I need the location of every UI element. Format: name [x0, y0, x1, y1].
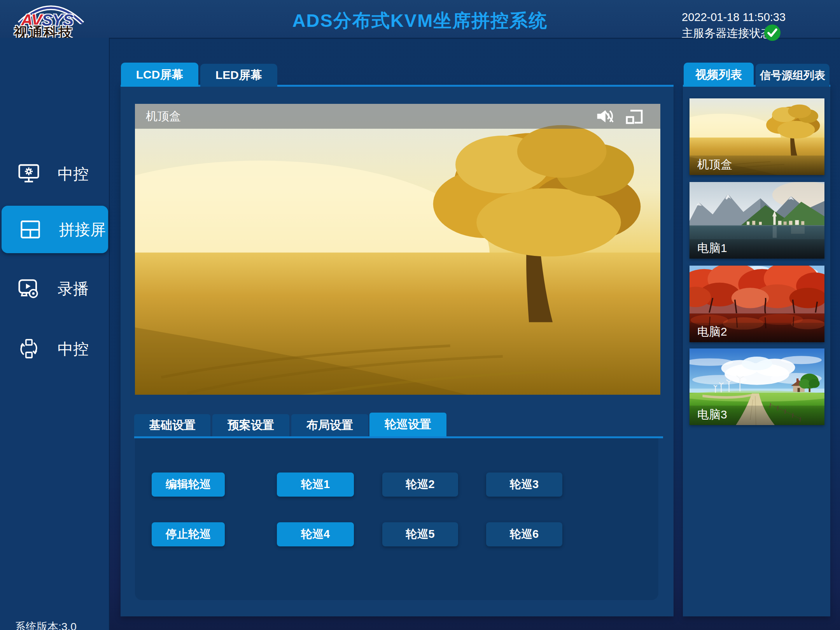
sidebar-item-label: 录播 [58, 278, 89, 299]
stop-patrol-button[interactable]: 停止轮巡 [152, 522, 225, 546]
check-circle-icon [764, 24, 781, 41]
preview-source-label: 机顶盒 [146, 104, 181, 129]
tab-video-list[interactable]: 视频列表 [684, 63, 754, 87]
video-thumb-settop-box[interactable]: 机顶盒 [690, 98, 824, 175]
tab-preset-settings[interactable]: 预案设置 [212, 414, 289, 436]
thumb-label: 电脑2 [697, 324, 727, 340]
app-window: AVSYS 视通科技 ADS分布式KVM坐席拼控系统 2022-01-18 11… [0, 0, 840, 630]
sidebar-item-label: 中控 [58, 338, 89, 360]
split-screen-icon [19, 218, 42, 241]
tab-led-screen[interactable]: LED屏幕 [200, 64, 277, 87]
tab-lcd-screen[interactable]: LCD屏幕 [121, 63, 198, 87]
monitor-gear-icon [18, 163, 40, 185]
patrol-3-button[interactable]: 轮巡3 [486, 472, 562, 497]
edit-patrol-button[interactable]: 编辑轮巡 [152, 472, 225, 497]
tab-signal-source-list[interactable]: 信号源组列表 [756, 64, 830, 87]
server-status-label: 主服务器连接状态: [682, 26, 775, 41]
thumb-label: 机顶盒 [697, 157, 732, 173]
app-header: AVSYS 视通科技 ADS分布式KVM坐席拼控系统 2022-01-18 11… [0, 0, 840, 39]
speaker-muted-icon[interactable] [596, 107, 614, 125]
preview-header-bar: 机顶盒 [135, 104, 660, 129]
sidebar-item-lubo[interactable]: 录播 [0, 272, 109, 305]
video-thumb-pc1[interactable]: 电脑1 [690, 182, 824, 259]
thumb-label: 电脑3 [697, 407, 727, 423]
datetime-display: 2022-01-18 11:50:33 [682, 11, 786, 24]
video-thumb-pc3[interactable]: 电脑3 [690, 348, 824, 425]
system-version: 系统版本:3.0 [15, 620, 77, 630]
record-camera-icon [18, 277, 40, 300]
patrol-6-button[interactable]: 轮巡6 [486, 522, 562, 546]
patrol-4-button[interactable]: 轮巡4 [277, 522, 354, 546]
video-thumb-pc2[interactable]: 电脑2 [690, 266, 824, 342]
tab-patrol-settings[interactable]: 轮巡设置 [369, 413, 446, 436]
sidebar-item-label: 中控 [58, 163, 89, 185]
patrol-1-button[interactable]: 轮巡1 [277, 472, 354, 497]
tab-layout-settings[interactable]: 布局设置 [291, 414, 368, 436]
patrol-5-button[interactable]: 轮巡5 [382, 522, 458, 546]
sidebar-item-pinjieping[interactable]: 拼接屏 [2, 206, 108, 253]
sync-devices-icon [18, 338, 40, 360]
patrol-settings-panel: 编辑轮巡 轮巡1 轮巡2 轮巡3 停止轮巡 轮巡4 轮巡5 轮巡6 [135, 438, 658, 600]
fullscreen-icon[interactable] [625, 108, 643, 125]
thumb-label: 电脑1 [697, 240, 727, 256]
patrol-2-button[interactable]: 轮巡2 [382, 472, 458, 497]
tab-basic-settings[interactable]: 基础设置 [134, 414, 210, 436]
main-panel: LCD屏幕 LED屏幕 机顶盒 基础设置 预案设置 布局设置 轮巡设置 [121, 63, 674, 616]
sidebar-item-label: 拼接屏 [59, 219, 106, 240]
sidebar: 中控 拼接屏 录播 [0, 38, 110, 630]
sidebar-item-zhongkong-1[interactable]: 中控 [0, 158, 109, 190]
right-panel: 视频列表 信号源组列表 机顶盒 电脑1 电脑2 电脑3 [683, 63, 830, 616]
sidebar-item-zhongkong-2[interactable]: 中控 [0, 332, 109, 365]
preview-scene-golden-field [135, 104, 660, 395]
video-preview[interactable]: 机顶盒 [135, 104, 660, 395]
